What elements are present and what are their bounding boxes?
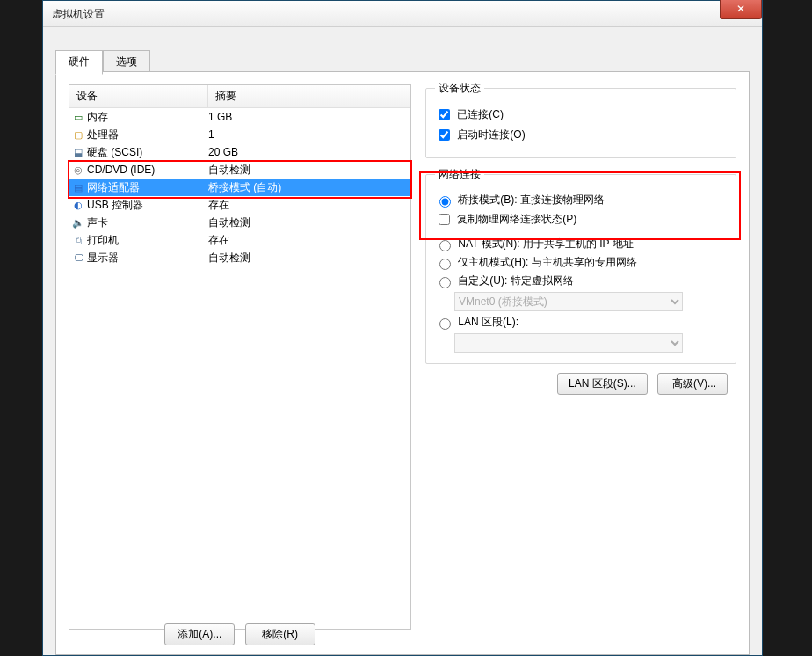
device-summary: 1 [208, 126, 410, 143]
replicate-checkbox[interactable] [439, 214, 450, 225]
device-icon: ▤ [69, 179, 87, 196]
close-icon: ✕ [736, 3, 745, 15]
lan-select-wrap [454, 333, 727, 353]
device-summary: 1 GB [208, 108, 410, 126]
device-row[interactable]: 🔈声卡自动检测 [69, 214, 410, 231]
device-list: 设备 摘要 ▭内存1 GB▢处理器1⬓硬盘 (SCSI)20 GB◎CD/DVD… [69, 84, 411, 630]
device-name: 显示器 [87, 249, 208, 266]
device-row[interactable]: ▤网络适配器桥接模式 (自动) [69, 179, 410, 196]
hostonly-radio[interactable] [439, 259, 451, 270]
device-icon: 🔈 [69, 214, 87, 231]
device-summary: 20 GB [208, 143, 410, 161]
bridged-text: 桥接模式(B): 直接连接物理网络 [458, 193, 605, 206]
lan-segment-select [454, 333, 683, 353]
device-name: CD/DVD (IDE) [87, 161, 208, 179]
hostonly-radio-label[interactable]: 仅主机模式(H): 与主机共享的专用网络 [435, 255, 727, 270]
network-connection-group: 网络连接 桥接模式(B): 直接连接物理网络 复制物理网络连接状态(P) NAT… [425, 167, 736, 364]
device-buttons: 添加(A)... 移除(R) [69, 623, 411, 645]
connect-at-power-checkbox[interactable] [439, 129, 450, 141]
custom-text: 自定义(U): 特定虚拟网络 [458, 274, 573, 287]
device-summary: 存在 [208, 231, 410, 249]
replicate-text: 复制物理网络连接状态(P) [457, 213, 576, 225]
bridged-radio-label[interactable]: 桥接模式(B): 直接连接物理网络 [435, 193, 727, 208]
vm-settings-window: 虚拟机设置 ✕ 硬件 选项 设备 摘要 ▭内存1 GB▢处理器1⬓硬盘 (SCS… [42, 0, 763, 656]
replicate-checkbox-label[interactable]: 复制物理网络连接状态(P) [435, 211, 727, 228]
device-icon: ▭ [69, 108, 87, 126]
column-summary[interactable]: 摘要 [208, 85, 410, 107]
device-icon: ◐ [69, 196, 87, 214]
tabs: 硬件 选项 [55, 50, 150, 74]
titlebar[interactable]: 虚拟机设置 ✕ [43, 1, 762, 27]
right-pane: 设备状态 已连接(C) 启动时连接(O) 网络连接 桥接模式(B): 直接连接物… [425, 81, 736, 395]
device-row[interactable]: ▭内存1 GB [69, 108, 410, 126]
device-icon: ▢ [69, 126, 87, 143]
close-button[interactable]: ✕ [720, 0, 762, 19]
device-row[interactable]: ◐USB 控制器存在 [69, 196, 410, 214]
device-summary: 桥接模式 (自动) [208, 179, 410, 196]
device-summary: 自动检测 [208, 161, 410, 179]
lan-segments-button[interactable]: LAN 区段(S)... [557, 373, 648, 395]
device-summary: 自动检测 [208, 214, 410, 231]
custom-vmnet-select: VMnet0 (桥接模式) [454, 292, 683, 311]
remove-button[interactable]: 移除(R) [245, 623, 315, 645]
device-name: 声卡 [87, 214, 208, 231]
bridged-radio[interactable] [439, 196, 451, 208]
lan-radio-label[interactable]: LAN 区段(L): [435, 315, 727, 330]
device-list-header: 设备 摘要 [69, 85, 410, 108]
connect-at-power-checkbox-label[interactable]: 启动时连接(O) [435, 127, 727, 143]
device-name: 内存 [87, 108, 208, 126]
tab-hardware[interactable]: 硬件 [55, 50, 103, 75]
device-icon: ⎙ [69, 231, 87, 249]
window-title: 虚拟机设置 [52, 8, 105, 20]
device-rows: ▭内存1 GB▢处理器1⬓硬盘 (SCSI)20 GB◎CD/DVD (IDE)… [69, 108, 410, 266]
tab-options[interactable]: 选项 [103, 50, 150, 74]
device-icon: ⬓ [69, 143, 87, 161]
connected-text: 已连接(C) [457, 108, 504, 120]
connect-at-power-text: 启动时连接(O) [457, 128, 525, 141]
device-row[interactable]: ⬓硬盘 (SCSI)20 GB [69, 143, 410, 161]
device-name: 网络适配器 [87, 179, 208, 196]
add-button[interactable]: 添加(A)... [164, 623, 235, 645]
custom-radio-label[interactable]: 自定义(U): 特定虚拟网络 [435, 273, 727, 288]
custom-select-wrap: VMnet0 (桥接模式) [454, 292, 727, 311]
column-device[interactable]: 设备 [69, 85, 208, 107]
device-row[interactable]: ▢处理器1 [69, 126, 410, 143]
device-row[interactable]: ◎CD/DVD (IDE)自动检测 [69, 161, 410, 179]
device-icon: ◎ [69, 161, 87, 179]
device-summary: 存在 [208, 196, 410, 214]
device-name: 打印机 [87, 231, 208, 249]
lan-radio[interactable] [439, 318, 451, 330]
device-icon: 🖵 [69, 249, 87, 266]
device-name: 处理器 [87, 126, 208, 143]
device-name: USB 控制器 [87, 196, 208, 214]
advanced-button[interactable]: 高级(V)... [657, 373, 728, 395]
custom-radio[interactable] [439, 277, 451, 288]
right-buttons-row: LAN 区段(S)... 高级(V)... [425, 373, 736, 395]
device-row[interactable]: ⎙打印机存在 [69, 231, 410, 249]
hardware-panel: 设备 摘要 ▭内存1 GB▢处理器1⬓硬盘 (SCSI)20 GB◎CD/DVD… [55, 71, 750, 655]
connected-checkbox-label[interactable]: 已连接(C) [435, 106, 727, 123]
hostonly-text: 仅主机模式(H): 与主机共享的专用网络 [458, 256, 636, 268]
device-status-group: 设备状态 已连接(C) 启动时连接(O) [425, 81, 736, 158]
device-name: 硬盘 (SCSI) [87, 143, 208, 161]
device-status-legend: 设备状态 [435, 81, 484, 96]
connected-checkbox[interactable] [439, 109, 450, 120]
device-row[interactable]: 🖵显示器自动检测 [69, 249, 410, 266]
device-summary: 自动检测 [208, 249, 410, 266]
nat-text: NAT 模式(N): 用于共享主机的 IP 地址 [458, 237, 633, 250]
network-connection-legend: 网络连接 [435, 167, 484, 182]
nat-radio-label[interactable]: NAT 模式(N): 用于共享主机的 IP 地址 [435, 237, 727, 251]
lan-text: LAN 区段(L): [458, 316, 518, 328]
nat-radio[interactable] [439, 240, 451, 251]
